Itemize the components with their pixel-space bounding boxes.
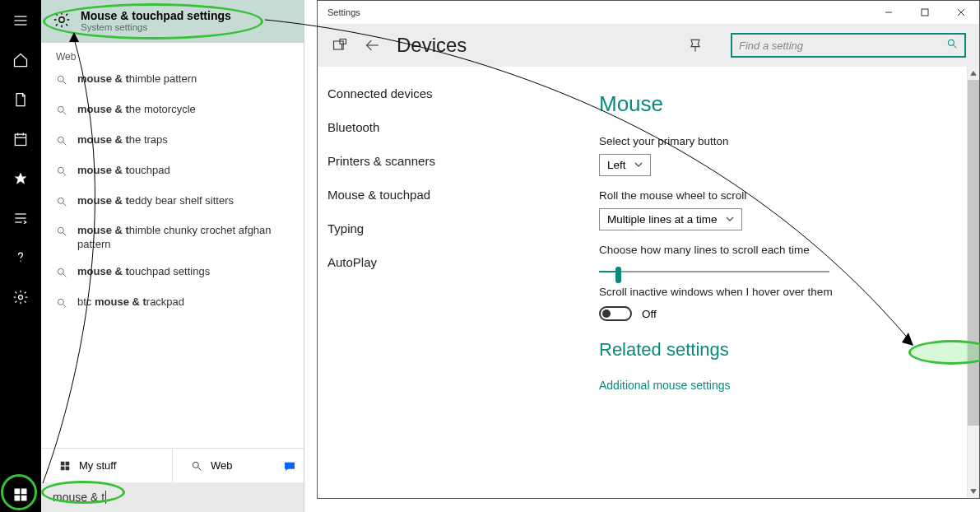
svg-rect-3 [15,134,26,145]
menu-icon[interactable] [12,12,30,30]
search-icon [56,72,67,90]
cortana-search-input[interactable]: mouse & t [41,482,304,512]
svg-point-13 [59,17,64,22]
devices-hub-icon[interactable] [331,36,349,54]
page-title: Devices [397,34,467,57]
pin-icon[interactable] [686,36,704,54]
primary-button-dropdown[interactable]: Left [599,154,651,176]
svg-point-22 [58,198,63,203]
settings-nav-item[interactable]: Mouse & touchpad [327,188,569,202]
search-icon [56,103,67,120]
tab-my-stuff[interactable]: My stuff [41,449,173,482]
svg-point-20 [58,167,63,173]
star-icon[interactable] [12,170,30,188]
additional-mouse-settings-link[interactable]: Additional mouse settings [599,379,731,392]
home-icon[interactable] [12,51,30,69]
svg-line-50 [954,45,957,49]
svg-line-19 [63,142,67,146]
search-result[interactable]: mouse & the traps [41,127,304,157]
related-settings-heading: Related settings [599,339,959,361]
svg-line-35 [198,467,202,470]
svg-line-15 [63,81,67,85]
search-icon [56,296,67,313]
result-text: mouse & the motorcycle [77,103,196,117]
web-heading: Web [41,43,304,66]
best-match-subtitle: System settings [81,22,231,33]
toggle-state: Off [642,308,657,320]
scrollbar-thumb[interactable] [968,80,979,426]
svg-marker-51 [971,72,976,76]
best-match-header[interactable]: Mouse & touchpad settings System setting… [41,0,304,43]
maximize-button[interactable] [907,1,943,24]
settings-content: Mouse Select your primary button Left Ro… [579,67,979,498]
scrollbar[interactable] [967,67,979,498]
help-icon[interactable] [12,249,30,267]
tab-label: My stuff [79,459,116,472]
calendar-icon[interactable] [12,130,30,148]
back-button[interactable] [364,36,382,54]
settings-nav-item[interactable]: Printers & scanners [327,154,569,168]
search-icon [56,164,67,181]
result-text: mouse & touchpad [77,164,170,178]
lines-slider[interactable] [599,271,829,272]
search-icon [56,194,67,212]
svg-point-11 [20,261,21,262]
slider-thumb[interactable] [615,267,621,283]
gear-icon [53,11,71,32]
svg-point-14 [58,76,63,81]
svg-rect-30 [61,461,65,465]
svg-rect-33 [66,466,70,470]
search-result[interactable]: mouse & touchpad settings [41,258,304,289]
search-result[interactable]: mouse & the motorcycle [41,96,304,127]
settings-search-input[interactable] [739,40,946,52]
search-icon [56,224,67,241]
settings-nav-item[interactable]: Typing [327,221,569,235]
svg-line-23 [63,202,67,206]
search-result[interactable]: mouse & touchpad [41,157,304,188]
result-text: mouse & the traps [77,133,168,147]
svg-line-27 [63,274,67,277]
search-result[interactable]: mouse & thimble chunky crochet afghan pa… [41,217,304,258]
search-result[interactable]: mouse & teddy bear shelf sitters [41,188,304,218]
result-text: mouse & thimble chunky crochet afghan pa… [77,224,289,252]
scroll-up-arrow[interactable] [968,67,979,80]
close-button[interactable] [943,1,979,24]
svg-rect-38 [15,496,21,501]
svg-rect-32 [61,466,65,470]
feedback-icon[interactable] [279,456,300,477]
result-text: btc mouse & trackpad [77,296,184,310]
svg-rect-37 [21,489,27,495]
svg-line-29 [63,305,67,308]
minimize-button[interactable] [871,1,907,24]
primary-button-label: Select your primary button [599,135,959,147]
gear-icon[interactable] [12,288,30,306]
svg-line-25 [63,233,67,236]
settings-nav-item[interactable]: Bluetooth [327,120,569,134]
settings-search-box[interactable] [731,33,966,58]
dropdown-value: Multiple lines at a time [607,213,718,226]
list-icon[interactable] [12,209,30,227]
inactive-scroll-toggle[interactable] [599,306,632,321]
search-icon [946,38,958,53]
lines-count-label: Choose how many lines to scroll each tim… [599,244,959,256]
result-text: mouse & teddy bear shelf sitters [77,194,234,208]
settings-nav-item[interactable]: AutoPlay [327,255,569,269]
dropdown-value: Left [607,159,626,171]
start-button[interactable] [10,484,31,505]
scroll-down-arrow[interactable] [968,485,979,498]
inactive-scroll-label: Scroll inactive windows when I hover ove… [599,286,959,298]
search-result[interactable]: btc mouse & trackpad [41,289,304,319]
svg-point-28 [58,299,63,305]
settings-nav: Connected devicesBluetoothPrinters & sca… [318,67,579,498]
settings-nav-item[interactable]: Connected devices [327,86,569,100]
tab-label: Web [211,459,233,472]
scroll-wheel-label: Roll the mouse wheel to scroll [599,189,959,202]
search-result[interactable]: mouse & thimble pattern [41,66,304,96]
section-heading: Mouse [599,91,959,117]
svg-rect-36 [15,489,21,495]
search-icon [56,265,67,282]
scroll-wheel-dropdown[interactable]: Multiple lines at a time [599,208,742,230]
document-icon[interactable] [12,91,30,109]
result-text: mouse & thimble pattern [77,72,197,86]
svg-point-16 [58,106,63,112]
